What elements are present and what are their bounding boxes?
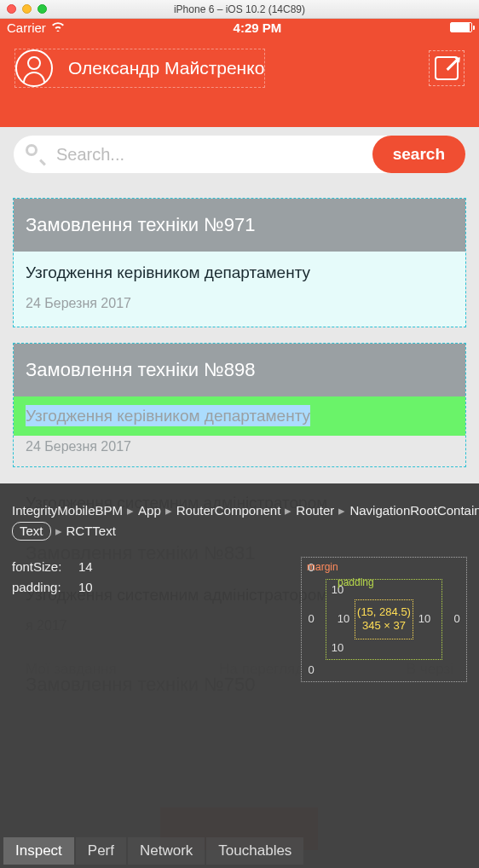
- time-label: 4:29 PM: [234, 20, 282, 35]
- card-status: Узгодження керівником департаменту: [14, 405, 465, 427]
- card-title: Замовлення техніки №971: [14, 199, 465, 252]
- card-date: 24 Березня 2017: [26, 296, 453, 315]
- card-status: Узгодження керівником департаменту: [26, 263, 453, 296]
- style-properties: fontSize:14 padding:10: [12, 557, 93, 598]
- component-path[interactable]: IntegrityMobileBPM▸App▸RouterComponent▸R…: [12, 501, 467, 541]
- avatar-icon[interactable]: [15, 49, 53, 87]
- wifi-icon: [51, 20, 65, 34]
- inspect-tab[interactable]: Inspect: [3, 837, 74, 865]
- touchables-tab[interactable]: Touchables: [206, 837, 303, 865]
- task-card[interactable]: Замовлення техніки №898 Узгодження керів…: [14, 344, 465, 466]
- task-list[interactable]: Замовлення техніки №971 Узгодження керів…: [0, 199, 479, 466]
- perf-tab[interactable]: Perf: [76, 837, 126, 865]
- close-window-button[interactable]: [7, 4, 16, 14]
- path-component[interactable]: NavigationRootContainer: [349, 503, 479, 518]
- search-button[interactable]: search: [372, 136, 465, 173]
- box-model: margin 0 0 padding 10 10 (15, 284.5) 345…: [301, 557, 467, 682]
- path-component[interactable]: App: [138, 503, 161, 518]
- dev-toolbar: Inspect Perf Network Touchables: [0, 834, 479, 868]
- search-bar: search: [0, 127, 479, 182]
- user-name: Олександр Майстренко: [68, 58, 264, 78]
- search-input[interactable]: [46, 145, 372, 165]
- compose-button[interactable]: [430, 51, 464, 85]
- app-header: Олександр Майстренко: [0, 36, 479, 100]
- window-chrome: iPhone 6 – iOS 10.2 (14C89): [0, 0, 479, 19]
- path-component[interactable]: Router: [296, 503, 334, 518]
- network-tab[interactable]: Network: [128, 837, 205, 865]
- search-icon: [26, 144, 46, 165]
- task-card[interactable]: Замовлення техніки №971 Узгодження керів…: [14, 199, 465, 327]
- zoom-window-button[interactable]: [38, 4, 47, 14]
- path-component[interactable]: Text: [12, 522, 51, 541]
- window-title: iPhone 6 – iOS 10.2 (14C89): [0, 3, 479, 15]
- battery-icon: [450, 22, 472, 32]
- path-component[interactable]: RCTText: [66, 524, 116, 538]
- carrier-label: Carrier: [7, 20, 46, 35]
- path-component[interactable]: RouterComponent: [176, 503, 281, 518]
- inspector-overlay[interactable]: Узгодження системним адміністратором Зам…: [0, 483, 479, 868]
- minimize-window-button[interactable]: [22, 4, 32, 14]
- path-component[interactable]: IntegrityMobileBPM: [12, 503, 123, 518]
- traffic-lights: [7, 4, 47, 14]
- compose-icon: [435, 56, 459, 80]
- status-bar: Carrier 4:29 PM: [0, 19, 479, 36]
- card-title: Замовлення техніки №898: [14, 344, 465, 396]
- card-date: 24 Березня 2017: [14, 436, 465, 466]
